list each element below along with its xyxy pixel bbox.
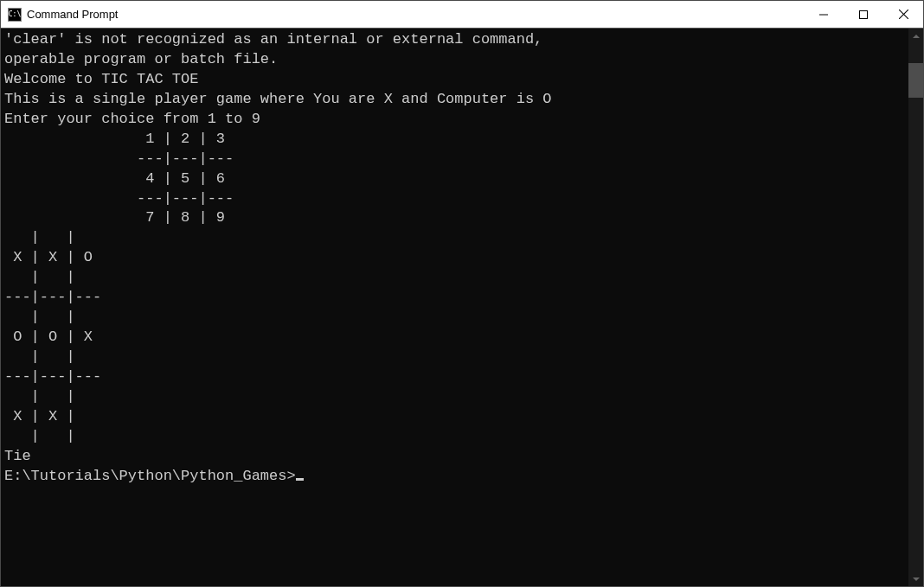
output-line: ---|---|--- <box>4 189 905 209</box>
scroll-thumb[interactable] <box>908 63 923 98</box>
svg-marker-4 <box>913 35 920 38</box>
terminal-content[interactable]: 'clear' is not recognized as an internal… <box>1 29 908 586</box>
output-line: Welcome to TIC TAC TOE <box>4 70 905 90</box>
output-line: This is a single player game where You a… <box>4 90 905 110</box>
chevron-down-icon <box>913 577 920 581</box>
output-line: X | X | <box>4 407 905 427</box>
output-line: 4 | 5 | 6 <box>4 169 905 189</box>
output-line: | | <box>4 427 905 447</box>
svg-marker-5 <box>913 577 920 581</box>
output-line: | | <box>4 268 905 288</box>
output-line: 7 | 8 | 9 <box>4 208 905 228</box>
output-line: | | <box>4 308 905 328</box>
prompt-path: E:\Tutorials\Python\Python_Games> <box>4 468 296 484</box>
cursor <box>296 478 304 481</box>
cmd-icon-label: C:\ <box>9 10 21 18</box>
output-line: ---|---|--- <box>4 288 905 308</box>
window-title: Command Prompt <box>27 8 804 21</box>
maximize-button[interactable] <box>844 1 883 28</box>
output-line: Tie <box>4 447 905 467</box>
scrollbar[interactable] <box>908 29 923 586</box>
chevron-up-icon <box>913 35 920 38</box>
close-button[interactable] <box>883 1 923 28</box>
titlebar[interactable]: C:\ Command Prompt <box>1 1 923 29</box>
output-line: ---|---|--- <box>4 150 905 169</box>
minimize-button[interactable] <box>804 1 844 28</box>
output-line: operable program or batch file. <box>4 50 905 70</box>
output-line: Enter your choice from 1 to 9 <box>4 110 905 130</box>
scroll-up-button[interactable] <box>908 29 923 43</box>
window-controls <box>804 1 923 28</box>
output-line: O | O | X <box>4 328 905 348</box>
output-line: | | <box>4 348 905 367</box>
scroll-down-button[interactable] <box>908 571 923 586</box>
svg-rect-1 <box>860 10 868 18</box>
terminal-area: 'clear' is not recognized as an internal… <box>1 29 923 586</box>
output-line: 1 | 2 | 3 <box>4 130 905 150</box>
output-line: | | <box>4 228 905 248</box>
output-line: X | X | O <box>4 248 905 268</box>
maximize-icon <box>859 10 868 19</box>
output-line: | | <box>4 387 905 407</box>
prompt-line: E:\Tutorials\Python\Python_Games> <box>4 467 905 487</box>
minimize-icon <box>819 10 828 19</box>
cmd-icon: C:\ <box>8 8 22 22</box>
output-line: ---|---|--- <box>4 367 905 387</box>
output-line: 'clear' is not recognized as an internal… <box>4 30 905 50</box>
close-icon <box>899 10 908 19</box>
